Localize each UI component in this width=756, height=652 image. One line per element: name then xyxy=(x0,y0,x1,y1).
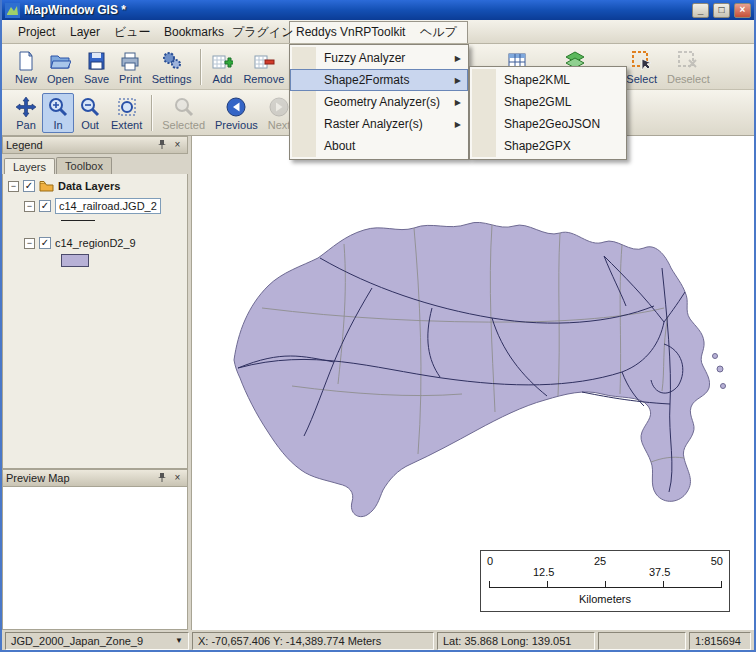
legend-close-icon[interactable]: × xyxy=(171,139,184,152)
menu-bookmarks[interactable]: Bookmarks xyxy=(158,23,230,41)
collapse-icon[interactable]: − xyxy=(24,238,35,249)
folder-icon xyxy=(39,180,54,192)
coordinates-readout: X: -70,657.406 Y: -14,389.774 Meters xyxy=(192,632,434,650)
menu-plugins[interactable]: プラグイン xyxy=(226,23,299,41)
scale-tick xyxy=(605,581,606,588)
settings-button[interactable]: Settings xyxy=(147,47,197,87)
scale-tick xyxy=(547,581,548,588)
zoom-previous-button[interactable]: Previous xyxy=(210,93,263,133)
latlong-readout: Lat: 35.868 Long: 139.051 xyxy=(437,632,595,650)
zoom-out-icon xyxy=(79,96,101,118)
window-title: MapWindow GIS * xyxy=(24,3,688,17)
status-empty-segment xyxy=(598,632,686,650)
pin-icon[interactable] xyxy=(155,139,168,152)
tree-node-railroad[interactable]: − ✓ c14_railroad.JGD_2 xyxy=(3,198,187,214)
collapse-icon[interactable]: − xyxy=(24,201,35,212)
tree-label-region[interactable]: c14_regionD2_9 xyxy=(55,237,136,249)
legend-title: Legend xyxy=(6,139,152,151)
menu-item-shape2gml[interactable]: Shape2GML xyxy=(470,91,626,113)
scale-label-25: 25 xyxy=(594,555,606,567)
checkbox-region[interactable]: ✓ xyxy=(39,237,51,249)
add-plus-icon xyxy=(211,50,233,72)
zoom-in-icon xyxy=(47,96,69,118)
add-layer-button[interactable]: Add xyxy=(206,47,238,87)
chevron-down-icon: ▼ xyxy=(175,633,183,649)
preview-header: Preview Map × xyxy=(2,469,188,487)
menu-item-shape2geojson[interactable]: Shape2GeoJSON xyxy=(470,113,626,135)
deselect-button: Deselect xyxy=(662,47,715,87)
menu-item-shape2gpx[interactable]: Shape2GPX xyxy=(470,135,626,157)
checkbox-railroad[interactable]: ✓ xyxy=(39,200,51,212)
tree-node-region[interactable]: − ✓ c14_regionD2_9 xyxy=(3,237,187,249)
menu-layer[interactable]: Layer xyxy=(64,23,106,41)
select-button[interactable]: Select xyxy=(621,47,662,87)
new-document-icon xyxy=(15,50,37,72)
zoom-selected-icon xyxy=(173,96,195,118)
menu-item-geometry-analyzers[interactable]: Geometry Analyzer(s) ▶ xyxy=(290,91,468,113)
printer-icon xyxy=(119,50,141,72)
close-button[interactable]: × xyxy=(734,3,751,18)
legend-panel: Legend × Layers Toolbox − ✓ Data xyxy=(2,136,188,174)
toolbar-separator xyxy=(200,49,202,85)
menu-item-shape2kml[interactable]: Shape2KML xyxy=(470,69,626,91)
tab-layers[interactable]: Layers xyxy=(4,158,55,175)
shape2formats-submenu: Shape2KML Shape2GML Shape2GeoJSON Shape2… xyxy=(469,66,627,160)
menu-item-fuzzy-analyzer[interactable]: Fuzzy Analyzer ▶ xyxy=(290,47,468,69)
scale-tick xyxy=(663,581,664,588)
app-window: MapWindow GIS * _ □ × Project Layer ビュー … xyxy=(0,0,756,652)
tree-label-data-layers: Data Layers xyxy=(58,180,120,192)
new-button[interactable]: New xyxy=(10,47,42,87)
submenu-arrow-icon: ▶ xyxy=(455,114,461,136)
pan-button[interactable]: Pan xyxy=(10,93,42,133)
menu-reddys-vnrptoolkit[interactable]: Reddys VnRPToolkit xyxy=(290,23,411,41)
print-button[interactable]: Print xyxy=(114,47,147,87)
checkbox-data-layers[interactable]: ✓ xyxy=(23,180,35,192)
pin-icon[interactable] xyxy=(155,472,168,485)
map-canvas[interactable]: 0 12.5 25 37.5 50 Kilometers xyxy=(191,136,756,630)
map-scale-readout: 1:815694 xyxy=(689,632,751,650)
remove-layer-button[interactable]: Remove xyxy=(238,47,289,87)
menu-project[interactable]: Project xyxy=(12,23,61,41)
zoom-out-button[interactable]: Out xyxy=(74,93,106,133)
menu-item-raster-analyzers[interactable]: Raster Analyzer(s) ▶ xyxy=(290,113,468,135)
minimize-button[interactable]: _ xyxy=(692,3,709,18)
menu-view[interactable]: ビュー xyxy=(108,23,157,41)
menu-item-about[interactable]: About xyxy=(290,135,468,157)
zoom-extent-icon xyxy=(116,96,138,118)
preview-title: Preview Map xyxy=(6,472,152,484)
preview-map-panel: Preview Map × xyxy=(2,469,188,630)
open-folder-icon xyxy=(49,50,71,72)
tab-toolbox[interactable]: Toolbox xyxy=(56,157,112,174)
collapse-icon[interactable]: − xyxy=(8,181,19,192)
toolbar-separator xyxy=(151,95,153,131)
zoom-selected-button: Selected xyxy=(157,93,210,133)
reddys-vnrptoolkit-menu: Fuzzy Analyzer ▶ Shape2Formats ▶ Geometr… xyxy=(289,44,469,160)
status-bar: JGD_2000_Japan_Zone_9 ▼ X: -70,657.406 Y… xyxy=(2,630,754,652)
zoom-extent-button[interactable]: Extent xyxy=(106,93,147,133)
menu-help[interactable]: ヘルプ xyxy=(414,23,463,41)
tree-label-railroad[interactable]: c14_railroad.JGD_2 xyxy=(55,198,161,214)
menu-item-shape2formats[interactable]: Shape2Formats ▶ xyxy=(290,69,468,91)
save-button[interactable]: Save xyxy=(79,47,114,87)
preview-close-icon[interactable]: × xyxy=(171,472,184,485)
open-button[interactable]: Open xyxy=(42,47,79,87)
scale-bar: 0 12.5 25 37.5 50 Kilometers xyxy=(480,550,730,612)
submenu-arrow-icon: ▶ xyxy=(455,92,461,114)
scale-tick xyxy=(721,581,722,588)
legend-tabs: Layers Toolbox xyxy=(2,154,188,174)
gears-icon xyxy=(161,50,183,72)
scale-tick xyxy=(489,581,490,588)
scale-unit: Kilometers xyxy=(481,593,729,605)
zoom-in-button[interactable]: In xyxy=(42,93,74,133)
region-fill-symbol xyxy=(61,254,89,267)
preview-map-canvas[interactable] xyxy=(2,487,188,630)
maximize-button[interactable]: □ xyxy=(713,3,730,18)
legend-header: Legend × xyxy=(2,136,188,154)
tree-node-data-layers[interactable]: − ✓ Data Layers xyxy=(3,180,187,192)
scale-label-0: 0 xyxy=(487,555,493,567)
scale-label-50: 50 xyxy=(711,555,723,567)
projection-selector[interactable]: JGD_2000_Japan_Zone_9 ▼ xyxy=(5,632,189,650)
submenu-arrow-icon: ▶ xyxy=(455,70,461,92)
railroad-line-symbol xyxy=(61,220,95,221)
select-cursor-icon xyxy=(631,50,653,72)
